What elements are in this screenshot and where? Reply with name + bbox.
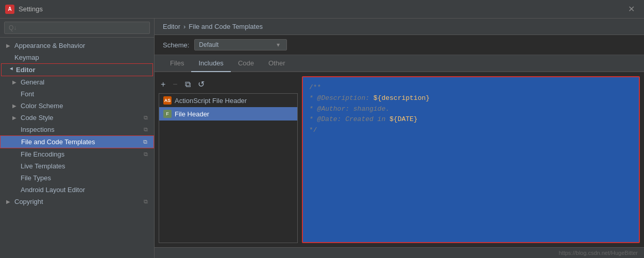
remove-button[interactable]: − xyxy=(171,79,179,90)
sidebar-item-live-templates[interactable]: ▶ Live Templates xyxy=(0,160,154,172)
sidebar-item-font[interactable]: ▶ Font xyxy=(0,88,154,100)
tab-includes[interactable]: Includes xyxy=(191,55,230,72)
breadcrumb-part2: File and Code Templates xyxy=(189,23,263,30)
content-area: Editor › File and Code Templates Scheme:… xyxy=(155,19,644,258)
copy-icon: ⧉ xyxy=(144,126,148,133)
code-line-4: * @Date: Created in ${DATE} xyxy=(309,114,633,125)
sidebar-item-label: Android Layout Editor xyxy=(21,186,148,194)
title-bar: A Settings ✕ xyxy=(0,0,644,19)
code-line-5: */ xyxy=(309,125,633,136)
sidebar-item-label: Inspections xyxy=(21,126,144,133)
sidebar-item-label: Editor xyxy=(16,66,146,74)
sidebar-item-inspections[interactable]: ▶ Inspections ⧉ xyxy=(0,124,154,135)
sidebar-item-keymap[interactable]: ▶ Keymap xyxy=(0,51,154,63)
sidebar-item-label: Font xyxy=(21,90,148,98)
copy-icon: ⧉ xyxy=(143,139,147,145)
window-title: Settings xyxy=(19,5,43,13)
code-line-2: * @Description: ${description} xyxy=(309,93,633,104)
panels-row: + − ⧉ ↺ AS ActionScript File Header F Fi… xyxy=(155,72,644,247)
sidebar-item-label: Live Templates xyxy=(21,162,148,170)
copy-button[interactable]: ⧉ xyxy=(183,79,193,90)
app-icon: A xyxy=(5,5,14,14)
sidebar-item-copyright[interactable]: ▶ Copyright ⧉ xyxy=(0,196,154,208)
search-input[interactable] xyxy=(4,22,150,34)
file-icon: F xyxy=(163,110,172,118)
copy-icon: ⧉ xyxy=(144,151,148,158)
sidebar-item-label: File and Code Templates xyxy=(21,138,143,146)
sidebar-item-label: File Encodings xyxy=(21,150,144,158)
url-text: https://blog.csdn.net/HugeBitter xyxy=(559,250,638,256)
sidebar-item-label: Keymap xyxy=(14,54,148,61)
search-box xyxy=(0,19,154,38)
file-list-panel: + − ⧉ ↺ AS ActionScript File Header F Fi… xyxy=(159,76,298,243)
scheme-label: Scheme: xyxy=(163,41,189,49)
tab-other[interactable]: Other xyxy=(261,55,293,72)
close-button[interactable]: ✕ xyxy=(624,2,639,16)
expand-arrow-icon: ▶ xyxy=(12,79,20,85)
code-line-3: * @Author: shangide. xyxy=(309,104,633,115)
list-item-actionscript-header[interactable]: AS ActionScript File Header xyxy=(159,94,297,107)
scheme-select[interactable]: Default Project xyxy=(194,39,287,50)
breadcrumb-part1: Editor xyxy=(163,23,180,30)
tabs-row: Files Includes Code Other xyxy=(155,55,644,72)
main-layout: ▶ Appearance & Behavior ▶ Keymap ▼ Edito… xyxy=(0,19,644,258)
sidebar-item-file-types[interactable]: ▶ File Types xyxy=(0,172,154,184)
sidebar-item-label: Copyright xyxy=(14,198,144,205)
sidebar-item-android-layout-editor[interactable]: ▶ Android Layout Editor xyxy=(0,184,154,196)
tab-files[interactable]: Files xyxy=(163,55,191,72)
breadcrumb-separator: › xyxy=(183,23,185,30)
sidebar-item-label: Appearance & Behavior xyxy=(14,42,148,49)
toolbar-row: + − ⧉ ↺ xyxy=(159,76,298,93)
sidebar-item-editor[interactable]: ▼ Editor xyxy=(1,63,153,76)
file-item-label: ActionScript File Header xyxy=(175,97,247,105)
url-bar: https://blog.csdn.net/HugeBitter xyxy=(155,247,644,258)
expand-arrow-icon: ▼ xyxy=(9,66,14,74)
sidebar-item-label: Color Scheme xyxy=(21,102,148,110)
code-line-1: /** xyxy=(309,82,633,93)
actionscript-icon: AS xyxy=(163,96,172,105)
sidebar-item-file-encodings[interactable]: ▶ File Encodings ⧉ xyxy=(0,148,154,160)
sidebar-item-label: General xyxy=(21,78,148,86)
breadcrumb: Editor › File and Code Templates xyxy=(155,19,644,35)
copy-icon: ⧉ xyxy=(144,198,148,205)
expand-arrow-icon: ▶ xyxy=(6,43,13,48)
expand-arrow-icon: ▶ xyxy=(12,103,20,109)
expand-arrow-icon: ▶ xyxy=(6,199,13,204)
nav-tree: ▶ Appearance & Behavior ▶ Keymap ▼ Edito… xyxy=(0,38,154,258)
sidebar-item-appearance[interactable]: ▶ Appearance & Behavior xyxy=(0,40,154,51)
file-list: AS ActionScript File Header F File Heade… xyxy=(159,93,298,243)
tab-code[interactable]: Code xyxy=(231,55,261,72)
sidebar-item-general[interactable]: ▶ General xyxy=(0,76,154,88)
list-item-file-header[interactable]: F File Header xyxy=(159,107,297,121)
sidebar: ▶ Appearance & Behavior ▶ Keymap ▼ Edito… xyxy=(0,19,155,258)
sidebar-item-code-style[interactable]: ▶ Code Style ⧉ xyxy=(0,112,154,124)
add-button[interactable]: + xyxy=(159,79,167,90)
sidebar-item-file-code-templates[interactable]: ▶ File and Code Templates ⧉ xyxy=(0,135,154,148)
scheme-row: Scheme: Default Project ▾ xyxy=(155,35,644,55)
copy-icon: ⧉ xyxy=(144,114,148,121)
code-editor-panel[interactable]: /** * @Description: ${description} * @Au… xyxy=(302,76,640,243)
sidebar-item-label: File Types xyxy=(21,174,148,182)
expand-arrow-icon: ▶ xyxy=(12,115,20,121)
scheme-select-wrapper: Default Project ▾ xyxy=(194,39,280,50)
sidebar-item-color-scheme[interactable]: ▶ Color Scheme xyxy=(0,100,154,112)
sidebar-item-label: Code Style xyxy=(21,114,144,122)
file-item-label: File Header xyxy=(175,110,209,118)
revert-button[interactable]: ↺ xyxy=(196,78,207,90)
